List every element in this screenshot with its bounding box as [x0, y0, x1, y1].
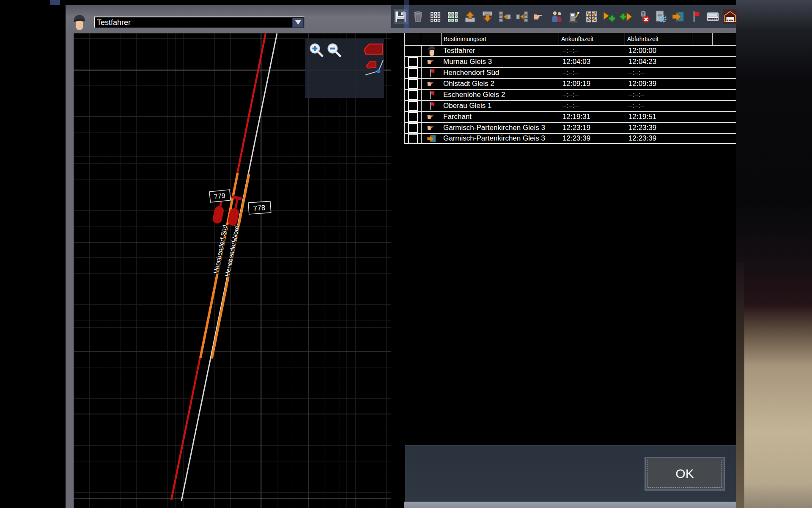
refuel-button[interactable]: [567, 9, 581, 24]
arrow-box-icon: [421, 134, 441, 143]
window-frame-bottom: [404, 502, 736, 508]
row-checkbox[interactable]: [408, 134, 418, 143]
zoom-in-button[interactable]: [309, 42, 324, 59]
departure-cell: 12:23:39: [625, 134, 692, 143]
track-number-779[interactable]: 779: [209, 190, 230, 202]
empty-cell: [712, 46, 735, 56]
row-checkbox[interactable]: [408, 57, 418, 67]
departure-cell: 12:04:23: [625, 57, 692, 67]
timetable-row[interactable]: ☛Ohlstadt Gleis 212:09:1912:09:39: [404, 78, 736, 89]
timetable-row[interactable]: ☛Farchant12:19:3112:19:51: [404, 111, 736, 122]
destination-cell: Murnau Gleis 3: [441, 57, 559, 67]
empty-cell: [692, 57, 712, 67]
row-checkbox[interactable]: [408, 79, 418, 89]
arrival-cell: 12:23:39: [559, 134, 625, 143]
row-checkbox[interactable]: [408, 112, 418, 122]
departure-cell: 12:00:00: [625, 46, 692, 56]
scene-pillar: [736, 262, 744, 508]
empty-cell: [712, 57, 735, 67]
arrival-cell: –:–:–: [559, 46, 625, 56]
driver-selector[interactable]: Testfahrer: [94, 17, 304, 28]
schedule-settings-button[interactable]: [654, 9, 668, 24]
scene-blue-fragment: [50, 0, 60, 5]
timetable-row[interactable]: Garmisch-Partenkirchen Gleis 312:23:3912…: [404, 133, 736, 144]
row-checkbox[interactable]: [408, 123, 418, 133]
empty-cell: [692, 79, 712, 89]
save-button[interactable]: [394, 9, 408, 24]
depot-button[interactable]: [723, 9, 737, 24]
empty-cell: [692, 68, 712, 78]
checkbox-cell: [405, 101, 421, 111]
delete-button[interactable]: [411, 9, 425, 24]
zoom-out-button[interactable]: [326, 42, 342, 59]
destination-cell: Testfahrer: [441, 46, 559, 56]
departure-cell: –:–:–: [625, 68, 692, 78]
arrival-cell: 12:04:03: [559, 57, 625, 67]
add-waypoint-after-button[interactable]: [619, 9, 633, 24]
timetable-row[interactable]: ☛Garmisch-Partenkirchen Gleis 312:23:191…: [404, 122, 736, 133]
empty-cell: [692, 46, 712, 56]
cancel-signal-button[interactable]: [636, 9, 650, 24]
departure-cell: 12:09:39: [625, 79, 692, 89]
dispatcher-window: Testfahrer ☛: [0, 0, 812, 508]
column-header-abfahrtszeit: Abfahrtszeit: [625, 33, 692, 45]
grid-plain-button[interactable]: [428, 9, 442, 24]
column-header: [405, 33, 421, 45]
attach-left-button[interactable]: [515, 9, 529, 24]
enter-station-button[interactable]: [671, 9, 685, 24]
empty-cell: [692, 101, 712, 111]
window-frame-left: [66, 33, 74, 508]
row-checkbox[interactable]: [408, 90, 418, 100]
hand-icon: ☛: [421, 123, 441, 133]
scene-background: [736, 0, 812, 508]
destination-cell: Garmisch-Partenkirchen Gleis 3: [441, 134, 559, 143]
destination-cell: Henchendorf Süd: [441, 68, 559, 78]
empty-cell: [712, 68, 735, 78]
chevron-down-icon: [295, 20, 301, 25]
timetable-row[interactable]: Eschenlohe Gleis 2–:–:––:–:–: [404, 89, 736, 100]
pointer-hand-button[interactable]: ☛: [532, 9, 546, 24]
row-checkbox[interactable]: [408, 68, 418, 78]
column-header: [421, 33, 441, 45]
column-header-ankunftszeit: Ankunftszeit: [559, 33, 625, 45]
grid-active-button[interactable]: [446, 9, 460, 24]
ok-button[interactable]: OK: [645, 457, 725, 491]
map-overview-icon[interactable]: [364, 43, 383, 57]
empty-cell: [712, 134, 735, 143]
svg-text:☛: ☛: [427, 123, 434, 133]
route-map-canvas: 779 778 Henchendorf Süd Henchendorf Nord: [74, 33, 391, 508]
row-checkbox[interactable]: [408, 101, 418, 111]
dropdown-button[interactable]: [292, 18, 304, 28]
timetable-row[interactable]: ☛Murnau Gleis 312:04:0312:04:23: [404, 56, 736, 67]
timetable-panel: BestimmungsortAnkunftszeitAbfahrtszeit T…: [404, 33, 736, 445]
empty-cell: [692, 123, 712, 133]
checkbox-cell: [405, 134, 421, 143]
destination-cell: Eschenlohe Gleis 2: [441, 90, 559, 100]
add-waypoint-before-button[interactable]: [602, 9, 616, 24]
destination-cell: Farchant: [441, 112, 559, 122]
detach-right-button[interactable]: [498, 9, 512, 24]
column-header: [712, 33, 735, 45]
timetable-row[interactable]: Testfahrer–:–:–12:00:00: [404, 45, 736, 56]
route-map[interactable]: 779 778 Henchendorf Süd Henchendorf Nord: [74, 33, 391, 508]
passengers-button[interactable]: [550, 9, 564, 24]
empty-cell: [712, 112, 735, 122]
train-car-button[interactable]: [706, 9, 720, 24]
track-number-779-label: 779: [214, 192, 225, 200]
insert-row-above-button[interactable]: [463, 9, 477, 24]
arrival-cell: –:–:–: [559, 101, 625, 111]
timetable-row[interactable]: Henchendorf Süd–:–:––:–:–: [404, 67, 736, 78]
checkbox-cell: [405, 46, 421, 56]
track-number-778[interactable]: 778: [248, 201, 271, 214]
flag-button[interactable]: [689, 9, 702, 24]
svg-text:☛: ☛: [427, 57, 434, 67]
checkbox-cell: [405, 79, 421, 89]
center-view-button[interactable]: [584, 9, 598, 24]
insert-row-below-button[interactable]: [480, 9, 494, 24]
empty-cell: [712, 101, 735, 111]
timetable-row[interactable]: Oberau Gleis 1–:–:––:–:–: [404, 100, 736, 111]
arrival-cell: –:–:–: [559, 68, 625, 78]
timetable-body: Testfahrer–:–:–12:00:00☛Murnau Gleis 312…: [404, 45, 736, 144]
arrival-cell: 12:09:19: [559, 79, 625, 89]
map-measure-icon[interactable]: [363, 58, 385, 80]
